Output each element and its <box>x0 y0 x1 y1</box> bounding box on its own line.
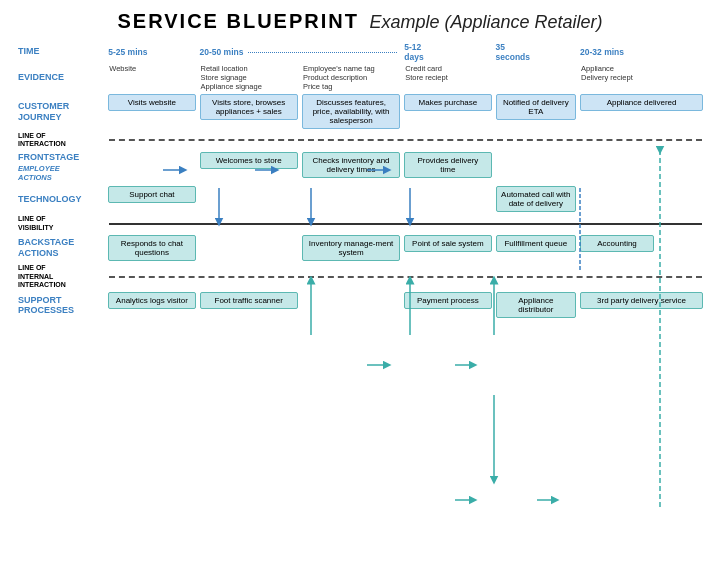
time-label: TIME <box>15 41 106 63</box>
line-interaction-row: LINE OFINTERACTION <box>15 131 705 150</box>
support-distributor: Appliance distributor <box>494 290 579 320</box>
diagram-title: SERVICE BLUEPRINT Example (Appliance Ret… <box>15 10 705 33</box>
cj-purchase: Makes purchase <box>402 92 493 131</box>
cj-visits-website: Visits website <box>106 92 197 131</box>
tech-empty4 <box>578 184 705 214</box>
cj-visits-store: Visits store, browses appliances + sales <box>198 92 300 131</box>
line-interaction-label: LINE OFINTERACTION <box>15 131 106 150</box>
support-empty1 <box>300 290 402 320</box>
frontstage-empty3 <box>578 150 705 185</box>
line-visibility-row: LINE OFVISIBILITY <box>15 214 705 233</box>
evidence-creditcard: Credit cardStore reciept <box>402 63 493 92</box>
backstage-label: BACKSTAGEACTIONS <box>15 233 106 263</box>
cj-notified: Notified of delivery ETA <box>494 92 579 131</box>
backstage-empty2 <box>656 233 705 263</box>
evidence-empty <box>494 63 579 92</box>
title-bold: SERVICE BLUEPRINT <box>117 10 358 32</box>
technology-label: TECHNOLOGY <box>15 184 106 214</box>
evidence-row: EVIDENCE Website Retail locationStore si… <box>15 63 705 92</box>
cj-delivered: Appliance delivered <box>578 92 705 131</box>
cj-label: CUSTOMERJOURNEY <box>15 92 106 131</box>
line-internal-row: LINE OFINTERNALINTERACTION <box>15 263 705 290</box>
tech-automated-call: Automated call with date of delivery <box>494 184 579 214</box>
customer-journey-row: CUSTOMERJOURNEY Visits website Visits st… <box>15 92 705 131</box>
support-chat-box: Support chat <box>108 186 195 203</box>
service-blueprint-diagram: SERVICE BLUEPRINT Example (Appliance Ret… <box>0 0 720 330</box>
evidence-appliance: ApplianceDelivery reciept <box>578 63 705 92</box>
cj-discusses: Discusses features, price, availability,… <box>300 92 402 131</box>
line-internal-line <box>106 263 705 290</box>
frontstage-empty2 <box>494 150 579 185</box>
tech-support-chat: Support chat <box>106 184 197 214</box>
frontstage-provides: Provides delivery time <box>402 150 493 185</box>
evidence-website: Website <box>106 63 197 92</box>
tech-empty3 <box>402 184 493 214</box>
tech-empty2 <box>300 184 402 214</box>
support-analytics: Analytics logs visitor <box>106 290 197 320</box>
backstage-row: BACKSTAGEACTIONS Responds to chat questi… <box>15 233 705 263</box>
time-col1: 5-25 mins <box>106 41 197 63</box>
line-interaction-line <box>106 131 705 150</box>
time-row: TIME 5-25 mins 20-50 mins 5-12days 35sec… <box>15 41 705 63</box>
frontstage-label: FRONTSTAGE EMPLOYEEACTIONS <box>15 150 106 185</box>
tech-empty1 <box>198 184 300 214</box>
support-label: SUPPORTPROCESSES <box>15 290 106 320</box>
frontstage-checks: Checks inventory and delivery times <box>300 150 402 185</box>
support-row: SUPPORTPROCESSES Analytics logs visitor … <box>15 290 705 320</box>
backstage-empty1 <box>198 233 300 263</box>
backstage-inventory: Inventory manage-ment system <box>300 233 402 263</box>
frontstage-welcomes: Welcomes to store <box>198 150 300 185</box>
line-visibility-label: LINE OFVISIBILITY <box>15 214 106 233</box>
frontstage-empty1 <box>106 150 197 185</box>
line-internal-label: LINE OFINTERNALINTERACTION <box>15 263 106 290</box>
evidence-retail: Retail locationStore signageAppliance si… <box>198 63 300 92</box>
technology-row: TECHNOLOGY Support chat Automated call w… <box>15 184 705 214</box>
time-col6: 20-32 mins <box>578 41 705 63</box>
backstage-responds: Responds to chat questions <box>106 233 197 263</box>
support-payment: Payment process <box>402 290 493 320</box>
line-visibility-line <box>106 214 705 233</box>
frontstage-row: FRONTSTAGE EMPLOYEEACTIONS Welcomes to s… <box>15 150 705 185</box>
evidence-nametag: Employee's name tagProduct descriptionPr… <box>300 63 402 92</box>
backstage-fulfillment: Fullfillment queue <box>494 233 579 263</box>
time-col2: 20-50 mins <box>198 41 403 63</box>
time-col4: 5-12days <box>402 41 493 63</box>
backstage-pos: Point of sale system <box>402 233 493 263</box>
title-italic: Example (Appliance Retailer) <box>369 12 602 32</box>
support-3rd-party: 3rd party delivery service <box>578 290 705 320</box>
time-col5: 35seconds <box>494 41 579 63</box>
backstage-accounting: Accounting <box>578 233 656 263</box>
support-foot-traffic: Foot traffic scanner <box>198 290 300 320</box>
evidence-label: EVIDENCE <box>15 63 106 92</box>
